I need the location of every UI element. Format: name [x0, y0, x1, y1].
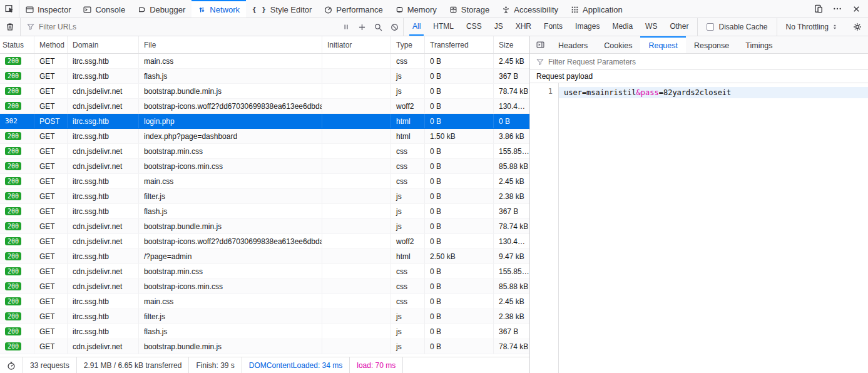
transferred-cell: 0 B: [425, 69, 494, 83]
expand-sidebar-button[interactable]: [530, 36, 550, 53]
tab-performance[interactable]: Performance: [318, 0, 389, 18]
status-badge: 200: [5, 162, 21, 170]
tab-label: Style Editor: [270, 5, 312, 14]
table-row[interactable]: 200 GET cdn.jsdelivr.net bootstrap-icons…: [0, 99, 529, 114]
table-row[interactable]: 200 GET itrc.ssg.htb /?page=admin html 2…: [0, 249, 529, 264]
table-row[interactable]: 200 GET itrc.ssg.htb flash.js js 0 B 367…: [0, 324, 529, 339]
pause-traffic-button[interactable]: [338, 18, 354, 36]
type-filter-ws[interactable]: WS: [642, 18, 660, 36]
table-row[interactable]: 200 GET itrc.ssg.htb filter.js js 0 B 2.…: [0, 189, 529, 204]
table-row[interactable]: 200 GET cdn.jsdelivr.net bootstrap-icons…: [0, 279, 529, 294]
method-cell: GET: [34, 84, 68, 98]
column-header-transferred[interactable]: Transferred: [425, 36, 494, 53]
initiator-cell: [322, 174, 391, 188]
table-row[interactable]: 200 GET cdn.jsdelivr.net bootstrap-icons…: [0, 234, 529, 249]
type-filter-js[interactable]: JS: [491, 18, 506, 36]
type-filter-all[interactable]: All: [409, 18, 424, 36]
filter-request-parameters-placeholder: Filter Request Parameters: [548, 58, 636, 66]
table-row[interactable]: 200 GET itrc.ssg.htb main.css css 0 B 2.…: [0, 54, 529, 69]
details-tab-response[interactable]: Response: [686, 36, 737, 53]
responsive-design-mode-button[interactable]: [810, 1, 827, 16]
pick-element-button[interactable]: [0, 0, 19, 18]
performance-icon: [324, 6, 332, 14]
table-row[interactable]: 200 GET cdn.jsdelivr.net bootstrap.min.c…: [0, 144, 529, 159]
disable-cache-toggle[interactable]: Disable Cache: [698, 18, 776, 36]
meatball-menu-button[interactable]: [829, 1, 845, 16]
type-cell: js: [391, 339, 425, 354]
details-tab-request[interactable]: Request: [640, 36, 686, 53]
details-tab-cookies[interactable]: Cookies: [596, 36, 640, 53]
tab-debugger[interactable]: Debugger: [131, 0, 191, 18]
column-header-initiator[interactable]: Initiator: [322, 36, 391, 53]
details-tab-timings[interactable]: Timings: [737, 36, 780, 53]
tab-inspector[interactable]: Inspector: [19, 0, 77, 18]
clear-requests-button[interactable]: [0, 18, 21, 36]
method-cell: GET: [34, 144, 68, 158]
type-filter-media[interactable]: Media: [609, 18, 636, 36]
table-row[interactable]: 200 GET itrc.ssg.htb main.css css 0 B 2.…: [0, 174, 529, 189]
tab-application[interactable]: Application: [564, 0, 629, 18]
network-settings-button[interactable]: [847, 18, 868, 36]
table-row[interactable]: 200 GET itrc.ssg.htb main.css css 0 B 2.…: [0, 294, 529, 309]
type-filter-html[interactable]: HTML: [430, 18, 457, 36]
column-header-domain[interactable]: Domain: [68, 36, 139, 53]
size-cell: 2.45 kB: [494, 294, 529, 309]
table-row[interactable]: 200 GET itrc.ssg.htb filter.js js 0 B 2.…: [0, 309, 529, 324]
new-request-button[interactable]: [354, 18, 370, 36]
table-row[interactable]: 200 GET itrc.ssg.htb flash.js js 0 B 367…: [0, 69, 529, 84]
method-cell: GET: [34, 159, 68, 173]
table-row[interactable]: 200 GET cdn.jsdelivr.net bootstrap-icons…: [0, 159, 529, 174]
request-rows: 200 GET itrc.ssg.htb main.css css 0 B 2.…: [0, 54, 529, 357]
table-row[interactable]: 200 GET cdn.jsdelivr.net bootstrap.bundl…: [0, 84, 529, 99]
pause-icon: [342, 23, 350, 31]
search-requests-button[interactable]: [370, 18, 387, 36]
size-cell: 367 B: [494, 324, 529, 339]
column-header-type[interactable]: Type: [391, 36, 425, 53]
request-action-icons: [338, 18, 403, 36]
storage-icon: [449, 6, 457, 14]
table-row[interactable]: 200 GET itrc.ssg.htb index.php?page=dash…: [0, 129, 529, 144]
column-header-size[interactable]: Size: [494, 36, 529, 53]
request-table-header: Status Method Domain File Initiator Type…: [0, 36, 529, 54]
table-row[interactable]: 200 GET itrc.ssg.htb flash.js js 0 B 367…: [0, 204, 529, 219]
tab-memory[interactable]: Memory: [389, 0, 443, 18]
column-header-status[interactable]: Status: [0, 36, 34, 53]
tab-label: Inspector: [38, 5, 71, 14]
tab-console[interactable]: Console: [77, 0, 131, 18]
filter-urls-input[interactable]: Filter URLs: [21, 18, 338, 36]
tab-storage[interactable]: Storage: [443, 0, 496, 18]
type-cell: woff2: [391, 234, 425, 248]
type-filter-other[interactable]: Other: [666, 18, 692, 36]
method-cell: GET: [34, 129, 68, 143]
table-row[interactable]: 200 GET cdn.jsdelivr.net bootstrap.bundl…: [0, 339, 529, 354]
updown-arrows-icon: [832, 24, 838, 30]
throttling-dropdown[interactable]: No Throttling: [777, 18, 847, 36]
responsive-design-icon: [814, 4, 823, 13]
type-cell: js: [391, 309, 425, 324]
filter-request-parameters-input[interactable]: Filter Request Parameters: [530, 54, 868, 70]
column-header-file[interactable]: File: [139, 36, 322, 53]
table-row[interactable]: 200 GET cdn.jsdelivr.net bootstrap.bundl…: [0, 219, 529, 234]
type-filter-css[interactable]: CSS: [463, 18, 485, 36]
transferred-cell: 2.50 kB: [425, 249, 494, 263]
type-filter-images[interactable]: Images: [572, 18, 603, 36]
close-devtools-button[interactable]: [848, 1, 864, 16]
table-row[interactable]: 302 POST itrc.ssg.htb login.php html 0 B…: [0, 114, 529, 129]
table-row[interactable]: 200 GET cdn.jsdelivr.net bootstrap.min.c…: [0, 264, 529, 279]
request-count: 33 requests: [23, 357, 77, 373]
domain-cell: cdn.jsdelivr.net: [68, 279, 139, 294]
tab-network[interactable]: Network: [191, 0, 246, 18]
type-filter-xhr[interactable]: XHR: [513, 18, 534, 36]
status-cell: 200: [0, 99, 34, 113]
tab-style-editor[interactable]: { } Style Editor: [246, 0, 318, 18]
initiator-cell: [322, 249, 391, 263]
payload-line: user=msainristil&pass=82yards2closeit: [559, 87, 868, 98]
tab-accessibility[interactable]: Accessibility: [496, 0, 564, 18]
details-tab-headers[interactable]: Headers: [550, 36, 596, 53]
block-requests-button[interactable]: [387, 18, 403, 36]
status-cell: 200: [0, 54, 34, 68]
type-filter-fonts[interactable]: Fonts: [541, 18, 566, 36]
performance-analysis-button[interactable]: [0, 357, 23, 373]
column-header-method[interactable]: Method: [34, 36, 68, 53]
disable-cache-checkbox[interactable]: [707, 23, 714, 31]
